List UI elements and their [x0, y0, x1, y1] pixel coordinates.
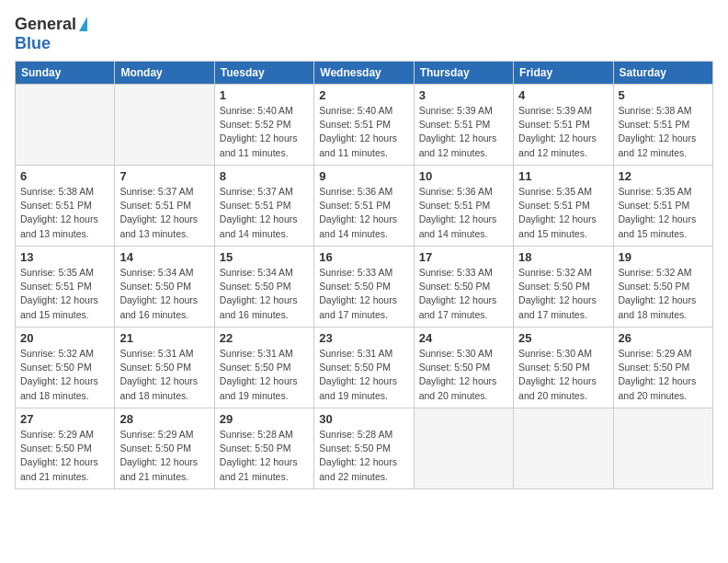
day-info: Sunrise: 5:31 AMSunset: 5:50 PMDaylight:… — [319, 347, 408, 403]
day-info: Sunrise: 5:28 AMSunset: 5:50 PMDaylight:… — [220, 428, 309, 484]
sun-info: Sunset: 5:50 PM — [119, 442, 191, 454]
week-row: 20Sunrise: 5:32 AMSunset: 5:50 PMDayligh… — [16, 327, 713, 408]
daylight-hours: Daylight: 12 hours and 18 minutes. — [619, 294, 697, 319]
sun-info: Sunset: 5:51 PM — [619, 119, 690, 130]
weekday-header: Thursday — [414, 62, 513, 85]
sun-info: Sunset: 5:50 PM — [319, 281, 391, 292]
daylight-hours: Daylight: 12 hours and 11 minutes. — [319, 132, 397, 157]
sun-info: Sunrise: 5:36 AM — [319, 186, 392, 197]
sun-info: Sunrise: 5:32 AM — [20, 348, 94, 359]
day-number: 30 — [319, 412, 408, 426]
day-info: Sunrise: 5:38 AMSunset: 5:51 PMDaylight:… — [20, 185, 109, 241]
weekday-header: Saturday — [613, 62, 712, 85]
calendar-cell: 30Sunrise: 5:28 AMSunset: 5:50 PMDayligh… — [314, 408, 414, 489]
day-number: 20 — [20, 331, 109, 345]
sun-info: Sunrise: 5:31 AM — [220, 348, 293, 359]
sun-info: Sunset: 5:50 PM — [319, 362, 391, 373]
daylight-hours: Daylight: 12 hours and 20 minutes. — [518, 375, 597, 400]
calendar-cell: 16Sunrise: 5:33 AMSunset: 5:50 PMDayligh… — [314, 247, 414, 327]
day-number: 28 — [119, 412, 209, 426]
calendar-cell: 14Sunrise: 5:34 AMSunset: 5:50 PMDayligh… — [115, 247, 214, 327]
header: General Blue — [15, 15, 713, 53]
daylight-hours: Daylight: 12 hours and 15 minutes. — [518, 213, 597, 238]
calendar-cell: 23Sunrise: 5:31 AMSunset: 5:50 PMDayligh… — [314, 327, 414, 408]
calendar-cell: 19Sunrise: 5:32 AMSunset: 5:50 PMDayligh… — [613, 247, 712, 327]
weekday-header: Monday — [115, 62, 214, 85]
calendar-cell — [613, 408, 712, 489]
calendar-cell — [115, 85, 214, 166]
daylight-hours: Daylight: 12 hours and 17 minutes. — [518, 294, 597, 319]
sun-info: Sunrise: 5:29 AM — [20, 429, 94, 440]
week-row: 6Sunrise: 5:38 AMSunset: 5:51 PMDaylight… — [16, 166, 713, 247]
sun-info: Sunrise: 5:38 AM — [20, 186, 94, 197]
calendar-cell — [514, 408, 613, 489]
sun-info: Sunset: 5:50 PM — [619, 362, 690, 373]
sun-info: Sunrise: 5:33 AM — [419, 267, 493, 278]
day-info: Sunrise: 5:37 AMSunset: 5:51 PMDaylight:… — [119, 185, 209, 241]
sun-info: Sunset: 5:51 PM — [518, 119, 590, 130]
calendar-cell: 15Sunrise: 5:34 AMSunset: 5:50 PMDayligh… — [214, 247, 313, 327]
daylight-hours: Daylight: 12 hours and 18 minutes. — [119, 375, 198, 400]
day-number: 21 — [119, 331, 209, 345]
sun-info: Sunrise: 5:30 AM — [518, 348, 592, 359]
day-info: Sunrise: 5:39 AMSunset: 5:51 PMDaylight:… — [518, 104, 608, 160]
sun-info: Sunrise: 5:37 AM — [119, 186, 193, 197]
calendar-cell: 26Sunrise: 5:29 AMSunset: 5:50 PMDayligh… — [613, 327, 712, 408]
day-number: 23 — [319, 331, 408, 345]
daylight-hours: Daylight: 12 hours and 20 minutes. — [419, 375, 497, 400]
day-number: 29 — [220, 412, 309, 426]
calendar-cell: 22Sunrise: 5:31 AMSunset: 5:50 PMDayligh… — [214, 327, 313, 408]
day-number: 10 — [419, 169, 508, 183]
calendar-cell: 21Sunrise: 5:31 AMSunset: 5:50 PMDayligh… — [115, 327, 214, 408]
day-info: Sunrise: 5:35 AMSunset: 5:51 PMDaylight:… — [20, 266, 109, 322]
sun-info: Sunrise: 5:31 AM — [319, 348, 392, 359]
weekday-header: Tuesday — [214, 62, 313, 85]
daylight-hours: Daylight: 12 hours and 21 minutes. — [119, 456, 198, 481]
sun-info: Sunrise: 5:39 AM — [419, 105, 493, 116]
sun-info: Sunset: 5:51 PM — [119, 200, 191, 211]
daylight-hours: Daylight: 12 hours and 12 minutes. — [419, 132, 497, 157]
calendar-cell: 18Sunrise: 5:32 AMSunset: 5:50 PMDayligh… — [514, 247, 613, 327]
sun-info: Sunrise: 5:28 AM — [319, 429, 392, 440]
day-info: Sunrise: 5:30 AMSunset: 5:50 PMDaylight:… — [518, 347, 608, 403]
sun-info: Sunrise: 5:37 AM — [220, 186, 293, 197]
calendar-cell: 4Sunrise: 5:39 AMSunset: 5:51 PMDaylight… — [514, 85, 613, 166]
calendar-cell: 8Sunrise: 5:37 AMSunset: 5:51 PMDaylight… — [214, 166, 313, 247]
sun-info: Sunset: 5:50 PM — [119, 362, 191, 373]
day-info: Sunrise: 5:32 AMSunset: 5:50 PMDaylight:… — [518, 266, 608, 322]
sun-info: Sunset: 5:50 PM — [518, 362, 590, 373]
day-number: 16 — [319, 250, 408, 264]
sun-info: Sunrise: 5:35 AM — [518, 186, 592, 197]
calendar-cell: 28Sunrise: 5:29 AMSunset: 5:50 PMDayligh… — [115, 408, 214, 489]
daylight-hours: Daylight: 12 hours and 12 minutes. — [518, 132, 597, 157]
calendar-body: 1Sunrise: 5:40 AMSunset: 5:52 PMDaylight… — [16, 85, 713, 489]
day-info: Sunrise: 5:32 AMSunset: 5:50 PMDaylight:… — [20, 347, 109, 403]
daylight-hours: Daylight: 12 hours and 16 minutes. — [220, 294, 298, 319]
sun-info: Sunrise: 5:33 AM — [319, 267, 392, 278]
sun-info: Sunset: 5:50 PM — [518, 281, 590, 292]
calendar-cell — [16, 85, 115, 166]
sun-info: Sunset: 5:50 PM — [119, 281, 191, 292]
daylight-hours: Daylight: 12 hours and 17 minutes. — [319, 294, 397, 319]
day-number: 15 — [220, 250, 309, 264]
sun-info: Sunset: 5:50 PM — [419, 281, 491, 292]
calendar-cell: 1Sunrise: 5:40 AMSunset: 5:52 PMDaylight… — [214, 85, 313, 166]
sun-info: Sunset: 5:51 PM — [518, 200, 590, 211]
sun-info: Sunrise: 5:32 AM — [518, 267, 592, 278]
daylight-hours: Daylight: 12 hours and 13 minutes. — [20, 213, 98, 238]
logo-triangle-icon — [79, 17, 87, 31]
day-number: 6 — [20, 169, 109, 183]
logo-general-text: General — [15, 15, 76, 34]
day-info: Sunrise: 5:36 AMSunset: 5:51 PMDaylight:… — [319, 185, 408, 241]
sun-info: Sunset: 5:51 PM — [419, 119, 491, 130]
calendar-cell: 24Sunrise: 5:30 AMSunset: 5:50 PMDayligh… — [414, 327, 513, 408]
sun-info: Sunrise: 5:35 AM — [20, 267, 94, 278]
daylight-hours: Daylight: 12 hours and 13 minutes. — [119, 213, 198, 238]
sun-info: Sunset: 5:50 PM — [220, 362, 291, 373]
calendar-cell: 6Sunrise: 5:38 AMSunset: 5:51 PMDaylight… — [16, 166, 115, 247]
sun-info: Sunset: 5:51 PM — [319, 200, 391, 211]
day-number: 19 — [619, 250, 708, 264]
day-number: 8 — [220, 169, 309, 183]
day-number: 26 — [619, 331, 708, 345]
sun-info: Sunrise: 5:29 AM — [119, 429, 193, 440]
